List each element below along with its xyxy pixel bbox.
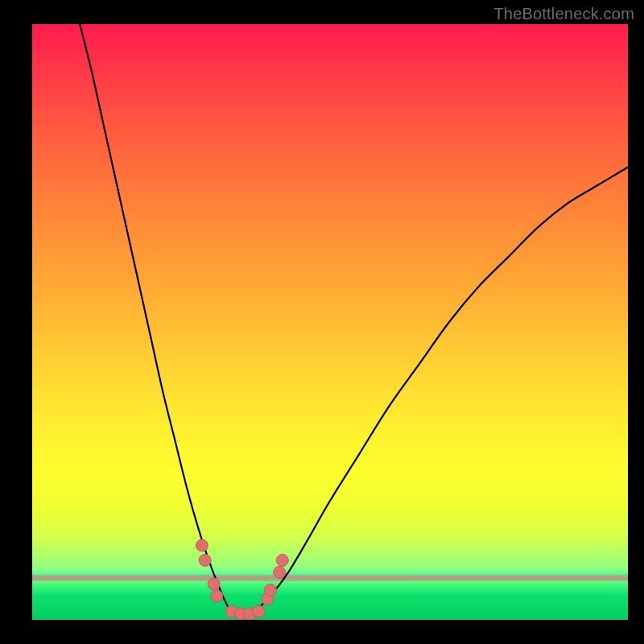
valley-markers	[196, 539, 288, 620]
valley-marker	[276, 555, 288, 567]
valley-marker	[199, 555, 211, 567]
valley-marker	[265, 584, 277, 597]
chart-frame: TheBottleneck.com	[0, 0, 644, 644]
plot-area	[32, 24, 628, 620]
bottleneck-curve	[32, 24, 628, 620]
valley-marker	[208, 578, 220, 590]
valley-marker	[211, 590, 223, 602]
watermark-text: TheBottleneck.com	[493, 5, 634, 23]
valley-marker	[274, 566, 286, 578]
valley-marker	[253, 605, 265, 617]
valley-marker	[196, 539, 208, 551]
curve-path	[80, 24, 628, 617]
